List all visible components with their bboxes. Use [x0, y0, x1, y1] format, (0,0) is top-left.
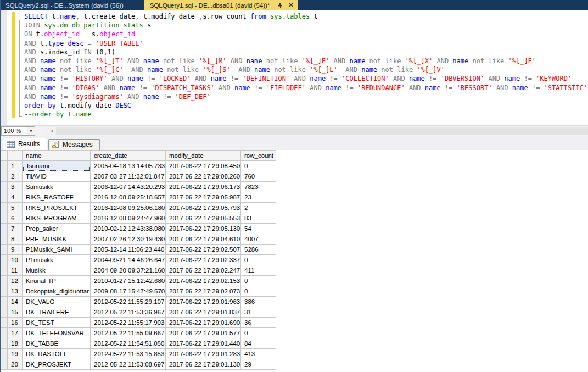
cell-create_date[interactable]: 2009-08-17 15:47:49.570	[91, 286, 166, 297]
tab-messages[interactable]: Messages	[48, 139, 100, 150]
cell-row_count[interactable]: 760	[241, 171, 276, 182]
cell-name[interactable]: DK_VALG	[23, 297, 91, 307]
row-number[interactable]: 15	[8, 307, 23, 318]
scrollbar-thumb[interactable]	[56, 127, 588, 135]
cell-name[interactable]: P1musikk	[23, 255, 91, 265]
cell-modify_date[interactable]: 2017-06-22 17:29:08.260	[166, 171, 241, 182]
code-line[interactable]: AND s.index_id IN (0,1)	[0, 48, 588, 57]
row-number[interactable]: 18	[8, 338, 23, 349]
cell-create_date[interactable]: 2012-05-22 11:53:36.967	[91, 307, 166, 318]
row-number[interactable]: 4	[8, 192, 23, 203]
cell-create_date[interactable]: 2006-12-07 14:43:20.293	[91, 182, 166, 192]
cell-modify_date[interactable]: 2017-06-22 17:29:02.247	[166, 265, 241, 276]
cell-modify_date[interactable]: 2017-06-22 17:29:01.440	[166, 338, 241, 349]
cell-modify_date[interactable]: 2017-06-22 17:29:01.963	[166, 297, 241, 307]
cell-name[interactable]: TilAVID	[23, 171, 91, 182]
cell-row_count[interactable]: 0	[241, 276, 276, 286]
code-line[interactable]: order by t.modify_date DESC	[0, 101, 588, 110]
cell-create_date[interactable]: 2012-05-22 11:54:51.050	[91, 338, 166, 349]
cell-row_count[interactable]: 31	[241, 307, 276, 318]
cell-create_date[interactable]: 2005-12-14 11:06:23.440	[91, 245, 166, 255]
row-number[interactable]: 9	[8, 245, 23, 255]
row-number[interactable]: 5	[8, 203, 23, 213]
cell-row_count[interactable]: 54	[241, 224, 276, 234]
cell-create_date[interactable]: 2007-02-26 12:30:19.430	[91, 234, 166, 245]
cell-name[interactable]: DK_RASTOFF	[23, 349, 91, 359]
cell-create_date[interactable]: 2010-02-12 12:43:38.080	[91, 224, 166, 234]
cell-row_count[interactable]: 7823	[241, 182, 276, 192]
code-line[interactable]: AND name not like '%[_]C' AND name not l…	[0, 65, 588, 74]
cell-name[interactable]: DK_TABBE	[23, 338, 91, 349]
code-line[interactable]: -SELECT t.name, t.create_date, t.modify_…	[0, 12, 588, 21]
row-number[interactable]: 2	[8, 171, 23, 182]
cell-row_count[interactable]: 36	[241, 318, 276, 328]
column-header-modify-date[interactable]: modify_date	[166, 151, 241, 161]
tab-results[interactable]: Results	[3, 138, 47, 150]
cell-row_count[interactable]: 411	[241, 265, 276, 276]
cell-create_date[interactable]: 2012-05-22 11:53:08.697	[91, 359, 166, 370]
code-line[interactable]: ON t.object_id = s.object_id	[0, 30, 588, 38]
cell-row_count[interactable]: 386	[241, 297, 276, 307]
horizontal-scrollbar[interactable]: ◄	[47, 127, 588, 135]
cell-name[interactable]: RIKS_PROGRAM	[23, 213, 91, 224]
cell-row_count[interactable]: 0	[241, 255, 276, 265]
cell-modify_date[interactable]: 2017-06-22 17:29:04.610	[166, 234, 241, 245]
row-number[interactable]: 19	[8, 349, 23, 359]
cell-create_date[interactable]: 2012-05-22 11:55:17.903	[91, 318, 166, 328]
cell-create_date[interactable]: 2004-09-20 09:37:21.160	[91, 265, 166, 276]
pin-icon[interactable]	[277, 2, 283, 8]
row-number[interactable]: 13	[8, 286, 23, 297]
zoom-dropdown[interactable]: 100 % ▼	[1, 126, 35, 136]
cell-modify_date[interactable]: 2017-06-22 17:29:05.553	[166, 213, 241, 224]
row-number[interactable]: 11	[8, 265, 23, 276]
cell-row_count[interactable]: 0	[241, 161, 276, 171]
cell-name[interactable]: RIKS_PROSJEKT	[23, 203, 91, 213]
cell-name[interactable]: DK_TELEFONSVAR...	[23, 328, 91, 338]
cell-modify_date[interactable]: 2017-06-22 17:29:01.130	[166, 359, 241, 370]
cell-row_count[interactable]: 0	[241, 328, 276, 338]
code-line[interactable]: AND name != 'sysdiagrams' AND name != 'D…	[0, 92, 588, 101]
code-line[interactable]: AND t.type_desc = 'USER_TABLE'	[0, 39, 588, 48]
cell-modify_date[interactable]: 2017-06-22 17:29:02.153	[166, 276, 241, 286]
cell-modify_date[interactable]: 2017-06-22 17:29:02.507	[166, 245, 241, 255]
cell-row_count[interactable]: 29	[241, 359, 276, 370]
cell-name[interactable]: KirunaFTP	[23, 276, 91, 286]
cell-name[interactable]: DK_TRAILERE	[23, 307, 91, 318]
cell-name[interactable]: Samusikk	[23, 182, 91, 192]
column-header-row-count[interactable]: row_count	[241, 151, 276, 161]
cell-row_count[interactable]: 23	[241, 192, 276, 203]
cell-name[interactable]: PRE_MUSIKK	[23, 234, 91, 245]
cell-name[interactable]: Dokopptak_digiduottar	[23, 286, 91, 297]
row-number[interactable]: 10	[8, 255, 23, 265]
cell-row_count[interactable]: 4007	[241, 234, 276, 245]
row-number[interactable]: 8	[8, 234, 23, 245]
row-number[interactable]: 16	[8, 318, 23, 328]
cell-modify_date[interactable]: 2017-06-22 17:29:05.793	[166, 203, 241, 213]
cell-modify_date[interactable]: 2017-06-22 17:29:05.130	[166, 224, 241, 234]
cell-create_date[interactable]: 2016-12-08 09:25:06.180	[91, 203, 166, 213]
row-number[interactable]: 17	[8, 328, 23, 338]
scroll-left-icon[interactable]: ◄	[47, 129, 56, 134]
row-number[interactable]: 12	[8, 276, 23, 286]
cell-row_count[interactable]: 5286	[241, 245, 276, 255]
grid-corner[interactable]	[1, 151, 8, 161]
cell-name[interactable]: Prep_saker	[23, 224, 91, 234]
column-header-create-date[interactable]: create_date	[91, 151, 166, 161]
query-editor[interactable]: -SELECT t.name, t.create_date, t.modify_…	[0, 10, 588, 125]
cell-name[interactable]: DK_TEST	[23, 318, 91, 328]
code-line[interactable]: AND name != 'HISTORY' AND name != 'LOCKE…	[0, 74, 588, 83]
row-header-column[interactable]	[8, 151, 23, 161]
cell-name[interactable]: Tsunami	[23, 161, 91, 171]
cell-name[interactable]: DK_PROSJEKT	[23, 359, 91, 370]
code-line[interactable]: AND name != 'DIGAS' AND name != 'DISPATC…	[0, 84, 588, 92]
cell-modify_date[interactable]: 2017-06-22 17:29:01.837	[166, 307, 241, 318]
cell-row_count[interactable]: 413	[241, 349, 276, 359]
cell-create_date[interactable]: 2004-09-21 14:46:26.647	[91, 255, 166, 265]
cell-create_date[interactable]: 2010-01-27 15:12:42.680	[91, 276, 166, 286]
cell-modify_date[interactable]: 2017-06-22 17:29:01.283	[166, 349, 241, 359]
code-line[interactable]: AND name not like '%[_]T' AND name not l…	[0, 57, 588, 65]
cell-row_count[interactable]: 84	[241, 338, 276, 349]
cell-modify_date[interactable]: 2017-06-22 17:29:02.073	[166, 286, 241, 297]
cell-row_count[interactable]: 0	[241, 286, 276, 297]
cell-modify_date[interactable]: 2017-06-22 17:29:02.337	[166, 255, 241, 265]
